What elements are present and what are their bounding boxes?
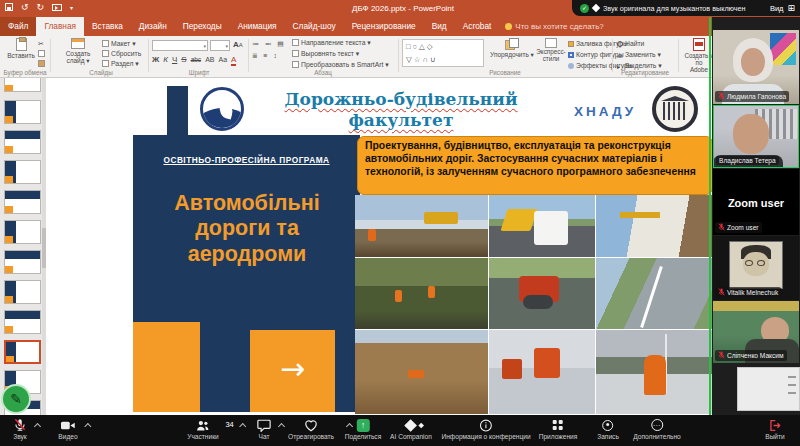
chevron-up-icon[interactable]: [34, 423, 41, 430]
slide-thumbnail-panel: ✎: [0, 78, 46, 415]
view-grid-icon[interactable]: ⊞: [787, 3, 795, 13]
share-screen-button[interactable]: ↑ Поделиться: [345, 418, 381, 440]
tab-slideshow[interactable]: Слайд-шоу: [285, 17, 344, 36]
participant-tile-no-video[interactable]: Zoom user Zoom user: [713, 169, 799, 235]
find-button[interactable]: Найти: [617, 40, 644, 47]
text-direction-button[interactable]: Направление текста ▾: [292, 39, 371, 47]
reactions-button[interactable]: Отреагировать: [288, 418, 334, 440]
photo-snow-plows[interactable]: [489, 330, 595, 414]
chevron-up-icon[interactable]: [278, 423, 285, 430]
shape-outline-button[interactable]: Контур фигуры: [568, 51, 624, 58]
shapes-gallery[interactable]: □○△◇ ▽☆∩∪: [402, 39, 484, 67]
tab-insert[interactable]: Вставка: [84, 17, 131, 36]
arrange-button[interactable]: Упорядочить ▾: [488, 38, 536, 59]
slide-thumbnail[interactable]: [4, 250, 41, 274]
quick-styles-button[interactable]: Экспресс-стили: [536, 38, 566, 63]
photo-surveyor[interactable]: [596, 330, 715, 414]
leave-button[interactable]: Выйти: [765, 418, 785, 440]
copy-button[interactable]: [38, 50, 47, 57]
cut-button[interactable]: ✂: [38, 40, 44, 48]
replace-button[interactable]: abЗаменить ▾: [617, 51, 661, 59]
photo-red-roller[interactable]: [489, 258, 595, 329]
photo-dirt-road-compacting[interactable]: [355, 330, 488, 414]
save-icon[interactable]: [5, 3, 13, 11]
tab-animations[interactable]: Анимация: [230, 17, 285, 36]
program-description-box[interactable]: Проектування, будівництво, експлуатація …: [357, 136, 713, 195]
participant-tile-avatar[interactable]: Vitalik Melnechuk: [713, 236, 799, 300]
new-slide-button[interactable]: Создать слайд ▾: [56, 38, 100, 65]
slide-thumbnail[interactable]: [4, 190, 41, 214]
security-shield-icon[interactable]: ✓: [580, 4, 589, 13]
reset-button[interactable]: Сбросить: [102, 50, 141, 57]
align-text-button[interactable]: Выровнять текст ▾: [292, 50, 359, 58]
slideshow-icon[interactable]: [52, 4, 62, 11]
video-button[interactable]: Видео: [58, 418, 77, 440]
original-sound-status[interactable]: Звук оригинала для музыкантов выключен: [603, 4, 746, 13]
tab-review[interactable]: Рецензирование: [344, 17, 424, 36]
mute-button[interactable]: Звук: [13, 418, 27, 440]
program-name[interactable]: Автомобільні дороги та аеродроми: [147, 191, 347, 267]
more-button[interactable]: … Дополнительно: [633, 418, 680, 440]
photo-airfield-concrete[interactable]: [596, 195, 715, 257]
tab-acrobat[interactable]: Acrobat: [455, 17, 500, 36]
redo-icon[interactable]: ↻: [37, 2, 45, 12]
photo-dump-truck-paving[interactable]: [489, 195, 595, 257]
university-emblem-icon[interactable]: [652, 86, 698, 132]
participant-tile[interactable]: Сліпченко Максим: [713, 301, 799, 363]
photo-excavator-earthworks[interactable]: [355, 195, 488, 257]
faculty-logo-icon[interactable]: [200, 87, 244, 131]
bullets-numbering-buttons[interactable]: ≔ ≕ ▤: [252, 40, 286, 48]
tab-home[interactable]: Главная: [36, 17, 84, 36]
ai-companion-button[interactable]: AI Companion: [390, 418, 432, 440]
format-painter-button[interactable]: [38, 60, 47, 67]
photo-collage[interactable]: [355, 195, 715, 414]
subscript-button: abc: [191, 56, 201, 63]
photo-highway-curve[interactable]: [596, 258, 715, 329]
indent-spacing-buttons[interactable]: ≣ ≡ ↕: [252, 52, 279, 60]
tab-transitions[interactable]: Переходы: [175, 17, 230, 36]
meeting-info-button[interactable]: Информация о конференции: [441, 418, 530, 440]
slide-thumbnail-current[interactable]: [4, 340, 41, 364]
program-panel[interactable]: ОСВІТНЬО-ПРОФЕСІЙНА ПРОГРАМА Автомобільн…: [133, 135, 360, 412]
slide-thumbnail[interactable]: [4, 280, 41, 304]
arrow-box[interactable]: →: [250, 330, 335, 412]
slide-thumbnail[interactable]: [4, 220, 41, 244]
smartart-button[interactable]: Преобразовать в SmartArt ▾: [292, 61, 389, 69]
slide-thumbnail[interactable]: [4, 310, 41, 334]
grow-shrink-font[interactable]: АА: [233, 40, 243, 49]
tab-design[interactable]: Дизайн: [131, 17, 175, 36]
photo-road-workers[interactable]: [355, 258, 488, 329]
tab-file[interactable]: Файл: [0, 17, 36, 36]
chevron-up-icon[interactable]: [239, 423, 246, 430]
font-format-buttons[interactable]: ЖКЧSabcАВАаА: [152, 55, 240, 64]
font-size-select[interactable]: ▾: [210, 40, 230, 51]
adobe-pdf-icon: [693, 38, 705, 51]
record-button[interactable]: Запись: [597, 418, 619, 440]
paste-button[interactable]: Вставить: [4, 38, 38, 59]
slide-thumbnail[interactable]: [4, 78, 41, 92]
apps-button[interactable]: Приложения: [539, 418, 578, 440]
layout-button[interactable]: Макет ▾: [102, 40, 136, 48]
section-button[interactable]: Раздел ▾: [102, 60, 139, 68]
chat-button[interactable]: Чат: [257, 418, 271, 440]
undo-icon[interactable]: ↺: [21, 2, 29, 12]
tell-me-box[interactable]: Что вы хотите сделать?: [499, 17, 609, 36]
university-abbreviation[interactable]: ХНАДУ: [574, 104, 636, 119]
font-name-select[interactable]: ▾: [152, 40, 208, 51]
chevron-up-icon[interactable]: [85, 423, 92, 430]
participant-tile[interactable]: Людмила Гапонова: [713, 30, 799, 104]
qat-dropdown-icon[interactable]: ▾: [70, 4, 73, 11]
slide-thumbnail[interactable]: [4, 160, 41, 184]
slide-thumbnail[interactable]: [4, 100, 41, 124]
view-button[interactable]: Вид: [770, 4, 784, 13]
clipboard-icon: [16, 38, 27, 51]
annotation-pencil-icon[interactable]: ✎: [1, 384, 31, 414]
participant-tile-active-speaker[interactable]: Владислав Тетера: [713, 105, 799, 168]
participants-button[interactable]: 34 Участники: [187, 418, 219, 440]
muted-mic-icon: [718, 92, 725, 101]
program-label[interactable]: ОСВІТНЬО-ПРОФЕСІЙНА ПРОГРАМА: [158, 153, 335, 167]
slide-thumbnail[interactable]: [4, 130, 41, 154]
slide-title[interactable]: Дорожньо-будівельний факультет: [246, 89, 556, 132]
tab-view[interactable]: Вид: [424, 17, 455, 36]
slide-canvas[interactable]: Дорожньо-будівельний факультет ХНАДУ ОСВ…: [46, 78, 717, 415]
